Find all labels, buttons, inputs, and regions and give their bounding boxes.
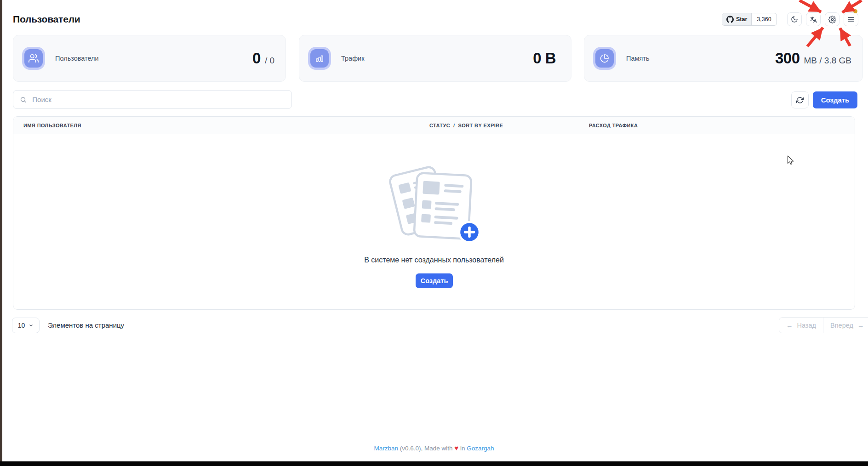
annotation-arrow [842, 0, 862, 12]
stat-label: Пользователи [55, 55, 99, 62]
column-header-username[interactable]: ИМЯ ПОЛЬЗОВАТЕЛЯ [23, 117, 81, 134]
create-user-button[interactable]: Создать [813, 91, 857, 108]
pagination-controls: ← Назад Вперед → [779, 317, 868, 333]
per-page-select[interactable]: 10 [12, 318, 40, 333]
right-arrow-icon: → [857, 322, 864, 329]
github-star-count: 3,360 [752, 13, 776, 25]
stat-value: 300 [775, 50, 800, 67]
footer-in-text: in [458, 445, 467, 452]
column-header-sort-by-expire[interactable]: SORT BY EXPIRE [458, 123, 503, 128]
empty-state-create-button[interactable]: Создать [416, 273, 453, 288]
stat-card-memory: Память 300MB / 3.8 GB [584, 35, 863, 82]
column-header-status-sort[interactable]: СТАТУС / SORT BY EXPIRE [429, 117, 503, 134]
stat-card-users: Пользователи 0/ 0 [13, 35, 286, 82]
refresh-icon [796, 97, 804, 104]
search-input[interactable] [31, 95, 285, 104]
column-header-status[interactable]: СТАТУС [429, 123, 450, 128]
window-left-edge [0, 0, 2, 466]
table-header-row: ИМЯ ПОЛЬЗОВАТЕЛЯ СТАТУС / SORT BY EXPIRE… [13, 117, 855, 134]
github-icon [726, 16, 734, 23]
per-page-label: Элементов на страницу [48, 321, 124, 329]
stat-label: Трафик [341, 55, 365, 62]
notification-dot [853, 9, 857, 13]
footer-text: (v0.6.0), Made with [398, 445, 454, 452]
next-page-button[interactable]: Вперед → [823, 318, 868, 333]
search-icon [20, 96, 27, 103]
column-header-separator: / [453, 123, 455, 128]
footer-brand-link[interactable]: Marzban [374, 445, 398, 452]
prev-page-label: Назад [797, 322, 817, 329]
left-arrow-icon: ← [786, 322, 793, 329]
menu-icon [847, 16, 855, 23]
translate-icon [810, 16, 817, 23]
settings-button[interactable] [825, 12, 839, 26]
stat-card-traffic: Трафик 0 B [299, 35, 571, 82]
stat-value: 0 B [533, 50, 556, 67]
bar-chart-icon [310, 49, 329, 68]
language-button[interactable] [806, 12, 821, 26]
empty-state-illustration [387, 160, 484, 248]
per-page-value: 10 [18, 322, 25, 329]
column-header-traffic-usage: РАСХОД ТРАФИКА [589, 117, 638, 134]
moon-icon [791, 16, 798, 23]
stat-suffix: MB / 3.8 GB [804, 56, 851, 66]
gear-icon [828, 16, 836, 23]
empty-state-message: В системе нет созданных пользователей [13, 256, 855, 264]
menu-button[interactable] [844, 12, 858, 26]
search-input-wrapper [13, 90, 292, 109]
plus-icon [459, 222, 480, 242]
prev-page-button[interactable]: ← Назад [779, 318, 823, 333]
taskbar-strip [0, 461, 868, 466]
users-icon [24, 49, 43, 68]
chevron-down-icon [29, 323, 34, 328]
footer-location-link[interactable]: Gozargah [467, 445, 494, 452]
github-star-widget[interactable]: Star 3,360 [722, 13, 777, 26]
page-title: Пользователи [13, 14, 80, 25]
annotation-arrow [799, 0, 821, 12]
stat-suffix: / 0 [265, 56, 274, 66]
pie-chart-icon [595, 49, 614, 68]
next-page-label: Вперед [830, 322, 853, 329]
footer: Marzban (v0.6.0), Made with ♥ in Gozarga… [0, 444, 868, 452]
stat-label: Память [626, 55, 650, 62]
heart-icon: ♥ [454, 444, 458, 452]
dark-mode-button[interactable] [787, 12, 802, 26]
stat-value: 0 [252, 50, 261, 67]
refresh-button[interactable] [791, 91, 809, 108]
github-star-label: Star [736, 16, 747, 23]
